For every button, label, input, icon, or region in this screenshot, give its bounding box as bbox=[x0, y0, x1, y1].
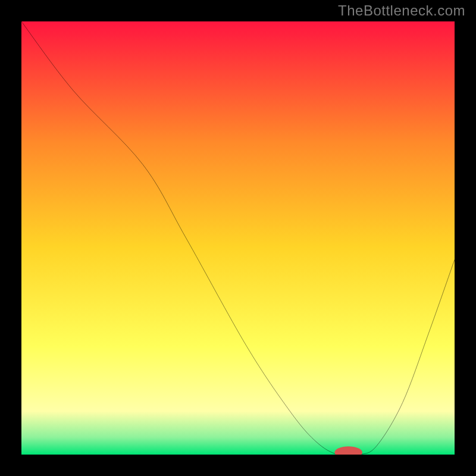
gradient-background bbox=[21, 21, 455, 455]
plot-area bbox=[21, 21, 455, 455]
bottleneck-plot bbox=[21, 21, 455, 455]
chart-frame: TheBottleneck.com bbox=[0, 0, 476, 476]
watermark-text: TheBottleneck.com bbox=[338, 2, 465, 19]
